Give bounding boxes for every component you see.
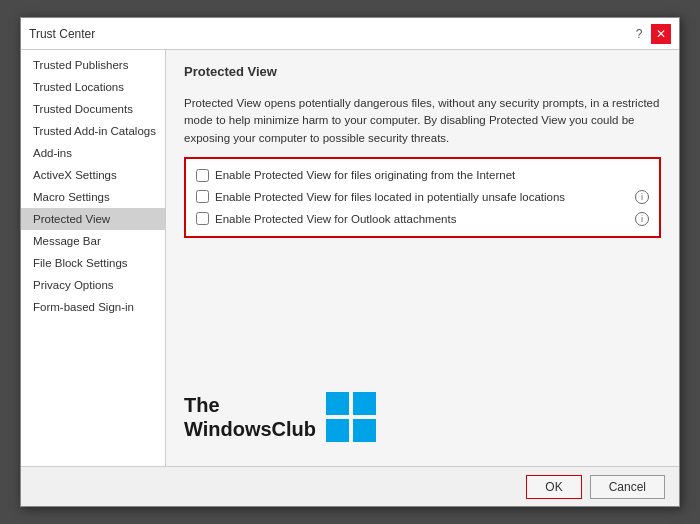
dialog-body: Trusted PublishersTrusted LocationsTrust… <box>21 50 679 466</box>
cancel-button[interactable]: Cancel <box>590 475 665 499</box>
windows-logo <box>326 392 376 442</box>
info-icon-option-unsafe[interactable]: i <box>635 190 649 204</box>
sidebar-item-macro-settings[interactable]: Macro Settings <box>21 186 165 208</box>
help-button[interactable]: ? <box>629 24 649 44</box>
title-bar-right: ? ✕ <box>629 24 671 44</box>
svg-rect-0 <box>326 392 349 415</box>
option-row-option-unsafe: Enable Protected View for files located … <box>196 190 649 204</box>
sidebar-item-protected-view[interactable]: Protected View <box>21 208 165 230</box>
sidebar-item-trusted-documents[interactable]: Trusted Documents <box>21 98 165 120</box>
checkbox-option-outlook[interactable] <box>196 212 209 225</box>
sidebar-item-privacy-options[interactable]: Privacy Options <box>21 274 165 296</box>
sidebar-item-trusted-addins[interactable]: Trusted Add-in Catalogs <box>21 120 165 142</box>
dialog-footer: OK Cancel <box>21 466 679 506</box>
sidebar-item-form-based-signin[interactable]: Form-based Sign-in <box>21 296 165 318</box>
ok-button[interactable]: OK <box>526 475 581 499</box>
option-row-option-outlook: Enable Protected View for Outlook attach… <box>196 212 649 226</box>
section-title: Protected View <box>184 64 661 79</box>
info-icon-option-outlook[interactable]: i <box>635 212 649 226</box>
checkbox-option-internet[interactable] <box>196 169 209 182</box>
description: Protected View opens potentially dangero… <box>184 95 661 147</box>
sidebar-item-message-bar[interactable]: Message Bar <box>21 230 165 252</box>
dialog-title: Trust Center <box>29 27 95 41</box>
option-row-option-internet: Enable Protected View for files originat… <box>196 169 649 182</box>
options-box: Enable Protected View for files originat… <box>184 157 661 238</box>
sidebar-item-file-block-settings[interactable]: File Block Settings <box>21 252 165 274</box>
title-bar-left: Trust Center <box>29 27 95 41</box>
sidebar-item-add-ins[interactable]: Add-ins <box>21 142 165 164</box>
watermark: The WindowsClub <box>184 392 376 442</box>
svg-rect-1 <box>353 392 376 415</box>
sidebar-item-trusted-publishers[interactable]: Trusted Publishers <box>21 54 165 76</box>
watermark-text: The WindowsClub <box>184 393 316 441</box>
trust-center-dialog: Trust Center ? ✕ Trusted PublishersTrust… <box>20 17 680 507</box>
svg-rect-2 <box>326 419 349 442</box>
sidebar-item-trusted-locations[interactable]: Trusted Locations <box>21 76 165 98</box>
title-bar: Trust Center ? ✕ <box>21 18 679 50</box>
sidebar-item-activex-settings[interactable]: ActiveX Settings <box>21 164 165 186</box>
content-area: Protected View Protected View opens pote… <box>166 50 679 466</box>
svg-rect-3 <box>353 419 376 442</box>
sidebar: Trusted PublishersTrusted LocationsTrust… <box>21 50 166 466</box>
checkbox-option-unsafe[interactable] <box>196 190 209 203</box>
watermark-area: The WindowsClub <box>184 248 661 452</box>
option-label-option-outlook: Enable Protected View for Outlook attach… <box>215 213 629 225</box>
option-label-option-internet: Enable Protected View for files originat… <box>215 169 649 181</box>
option-label-option-unsafe: Enable Protected View for files located … <box>215 191 629 203</box>
close-button[interactable]: ✕ <box>651 24 671 44</box>
